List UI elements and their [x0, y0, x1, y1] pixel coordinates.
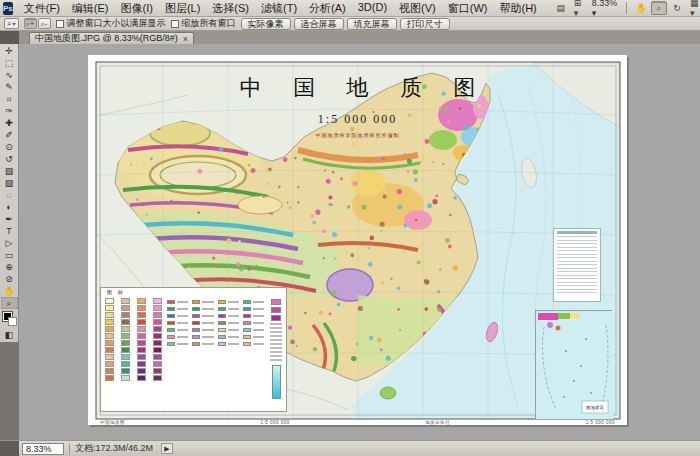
menu-item[interactable]: 视图(V)	[393, 0, 442, 17]
clone-stamp-tool[interactable]: ⊙	[1, 141, 18, 153]
type-tool[interactable]: T	[1, 225, 18, 237]
legend-swatch	[121, 340, 130, 346]
legend-swatch	[121, 333, 130, 339]
legend-entry	[218, 299, 239, 304]
history-brush-tool[interactable]: ↺	[1, 153, 18, 165]
document-tab[interactable]: 中国地质图.JPG @ 8.33%(RGB/8#) ×	[29, 32, 194, 44]
status-options-button[interactable]: ▶	[161, 443, 173, 454]
healing-brush-tool[interactable]: ✚	[1, 117, 18, 129]
legend-swatch	[137, 361, 146, 367]
hand-icon[interactable]: ✋	[633, 1, 649, 15]
resize-windows-checkbox[interactable]: 调整窗口大小以满屏显示	[56, 17, 166, 30]
marquee-tool[interactable]: ⬚	[1, 57, 18, 69]
print-size-button[interactable]: 打印尺寸	[400, 18, 450, 30]
zoom-all-windows-label: 缩放所有窗口	[182, 17, 236, 30]
zoom-icon[interactable]: ⌕	[651, 1, 667, 15]
dock-corner	[0, 31, 19, 44]
zoom-preset-buttons: 实际像素适合屏幕填充屏幕打印尺寸	[241, 18, 450, 30]
zoom-all-windows-checkbox[interactable]: 缩放所有窗口	[171, 17, 236, 30]
quick-selection-tool[interactable]: ✎	[1, 81, 18, 93]
fit-screen-button[interactable]: 适合屏幕	[294, 18, 344, 30]
legend-swatch	[153, 326, 162, 332]
legend-swatch	[271, 315, 281, 321]
legend-entry	[218, 327, 239, 332]
launch-bridge-icon[interactable]: ▤	[553, 1, 569, 15]
view-extras-icon[interactable]: ⊞ ▾	[571, 1, 587, 15]
3d-rotate-tool[interactable]: ⊕	[1, 261, 18, 273]
legend-swatch	[105, 326, 114, 332]
menu-item[interactable]: 图层(L)	[159, 0, 206, 17]
strat-column	[105, 298, 114, 409]
menu-item[interactable]: 编辑(E)	[66, 0, 115, 17]
quick-mask-button[interactable]: ◧	[1, 329, 18, 341]
hand-tool[interactable]: ✋	[1, 285, 18, 297]
legend-swatch	[153, 319, 162, 325]
legend-symbol-row	[270, 355, 282, 357]
zoom-out-button[interactable]: ⌕-	[38, 18, 51, 29]
menu-item[interactable]: 分析(A)	[303, 0, 352, 17]
menu-item[interactable]: 帮助(H)	[493, 0, 542, 17]
legend-entry	[243, 313, 264, 318]
pen-tool[interactable]: ✒	[1, 213, 18, 225]
zoom-tool[interactable]: ⌕	[1, 297, 18, 309]
inset-label: 南海诸岛	[586, 405, 604, 410]
fill-screen-button[interactable]: 填充屏幕	[347, 18, 397, 30]
zoom-percent-input[interactable]: 8.33%	[22, 443, 64, 455]
menu-item[interactable]: 文件(F)	[18, 0, 66, 17]
current-tool-picker[interactable]: ⌕ ▾	[4, 18, 19, 29]
brush-tool[interactable]: ✐	[1, 129, 18, 141]
photoshop-logo-icon[interactable]: Ps	[3, 2, 13, 15]
menu-item[interactable]: 图像(I)	[115, 0, 159, 17]
3d-orbit-tool[interactable]: ⊘	[1, 273, 18, 285]
menu-item[interactable]: 滤镜(T)	[255, 0, 303, 17]
crop-tool[interactable]: ⌗	[1, 93, 18, 105]
table-row	[557, 247, 597, 248]
blur-tool[interactable]: ◌	[1, 189, 18, 201]
path-selection-tool[interactable]: ▷	[1, 237, 18, 249]
menu-item[interactable]: 窗口(W)	[442, 0, 494, 17]
legend-swatch	[121, 319, 130, 325]
shape-tool[interactable]: ▭	[1, 249, 18, 261]
status-bar: 8.33% 文档:172.3M/46.2M ▶	[0, 440, 700, 456]
legend-symbol-row	[270, 343, 282, 345]
background-color[interactable]	[8, 317, 17, 326]
lasso-tool[interactable]: ∿	[1, 69, 18, 81]
legend-entry	[192, 341, 213, 346]
color-swatches[interactable]	[1, 311, 18, 327]
table-row	[557, 282, 597, 283]
menu-item[interactable]: 3D(D)	[352, 0, 393, 17]
move-tool[interactable]: ✛	[1, 45, 18, 57]
legend-title: 图 例	[107, 289, 124, 295]
legend-swatch	[121, 298, 130, 304]
arrange-documents-icon[interactable]: ▦ ▾	[687, 1, 700, 15]
stratigraphy-legend	[105, 291, 162, 409]
south-china-sea-inset: 南海诸岛	[535, 310, 612, 418]
legend-swatch	[271, 299, 281, 305]
legend-swatch	[121, 361, 130, 367]
table-row	[557, 250, 597, 251]
legend-entry	[218, 334, 239, 339]
close-icon[interactable]: ×	[183, 35, 188, 43]
legend-swatch	[121, 305, 130, 311]
table-row	[557, 289, 597, 290]
table-row	[557, 271, 597, 272]
legend-entry	[218, 306, 239, 311]
gradient-tool[interactable]: ▧	[1, 177, 18, 189]
appbar-zoom-level[interactable]: 8.33% ▾	[589, 0, 621, 18]
rotate-view-icon[interactable]: ↻	[669, 1, 685, 15]
canvas-area[interactable]: 中 国 地 质 图 1:5 000 000 中国地质科学院地质研究所编制 图 例	[19, 44, 700, 440]
symbols-legend	[269, 291, 283, 409]
dodge-tool[interactable]: ◐	[1, 201, 18, 213]
legend-swatch	[105, 375, 114, 381]
checkbox-icon	[56, 20, 64, 28]
document-page[interactable]: 中 国 地 质 图 1:5 000 000 中国地质科学院地质研究所编制 图 例	[88, 55, 627, 425]
table-row	[557, 285, 597, 286]
legend-swatch	[105, 312, 114, 318]
menu-item[interactable]: 选择(S)	[206, 0, 255, 17]
actual-pixels-button[interactable]: 实际像素	[241, 18, 291, 30]
eraser-tool[interactable]: ▨	[1, 165, 18, 177]
application-bar: Ps 文件(F)编辑(E)图像(I)图层(L)选择(S)滤镜(T)分析(A)3D…	[0, 0, 700, 17]
zoom-in-button[interactable]: ⌕+	[24, 18, 37, 29]
legend-entry	[167, 320, 188, 325]
eyedropper-tool[interactable]: ✑	[1, 105, 18, 117]
